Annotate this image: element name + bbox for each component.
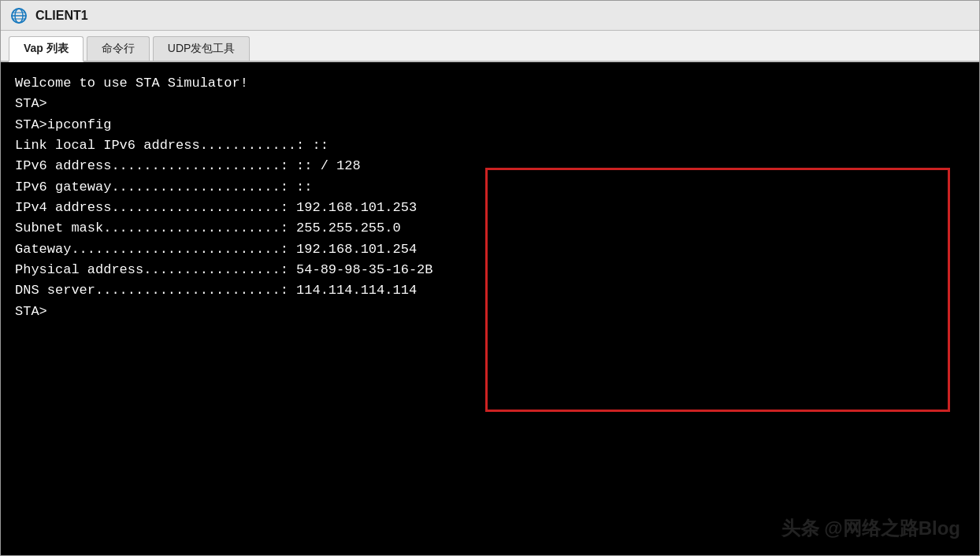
tab-cmd[interactable]: 命令行 xyxy=(87,36,150,61)
terminal-line-8: IPv4 address.....................: 192.1… xyxy=(15,198,965,218)
terminal-line-6: IPv6 address.....................: :: / … xyxy=(15,156,965,176)
tab-bar: Vap 列表 命令行 UDP发包工具 xyxy=(1,31,979,62)
terminal-line-7: IPv6 gateway.....................: :: xyxy=(15,177,965,198)
terminal-line-0: Welcome to use STA Simulator! xyxy=(15,73,965,94)
terminal-line-10: Gateway..........................: 192.1… xyxy=(15,239,965,260)
terminal-line-3: STA>ipconfig xyxy=(15,115,965,135)
watermark: 头条 @网络之路Blog xyxy=(781,516,960,541)
terminal-line-12: DNS server.......................: 114.1… xyxy=(15,280,965,301)
window-title: CLIENT1 xyxy=(35,9,88,23)
terminal-line-9: Subnet mask......................: 255.2… xyxy=(15,218,965,239)
terminal-area[interactable]: Welcome to use STA Simulator! STA> STA>i… xyxy=(1,62,979,555)
tab-vap[interactable]: Vap 列表 xyxy=(9,36,84,62)
app-icon xyxy=(10,7,28,24)
terminal-line-11: Physical address.................: 54-89… xyxy=(15,260,965,280)
tab-udp[interactable]: UDP发包工具 xyxy=(153,36,251,61)
terminal-line-5: Link local IPv6 address............: :: xyxy=(15,135,965,156)
terminal-line-2: STA> xyxy=(15,94,965,114)
main-window: CLIENT1 Vap 列表 命令行 UDP发包工具 Welcome to us… xyxy=(0,0,980,556)
title-bar: CLIENT1 xyxy=(1,1,979,31)
terminal-line-15: STA> xyxy=(15,302,965,322)
